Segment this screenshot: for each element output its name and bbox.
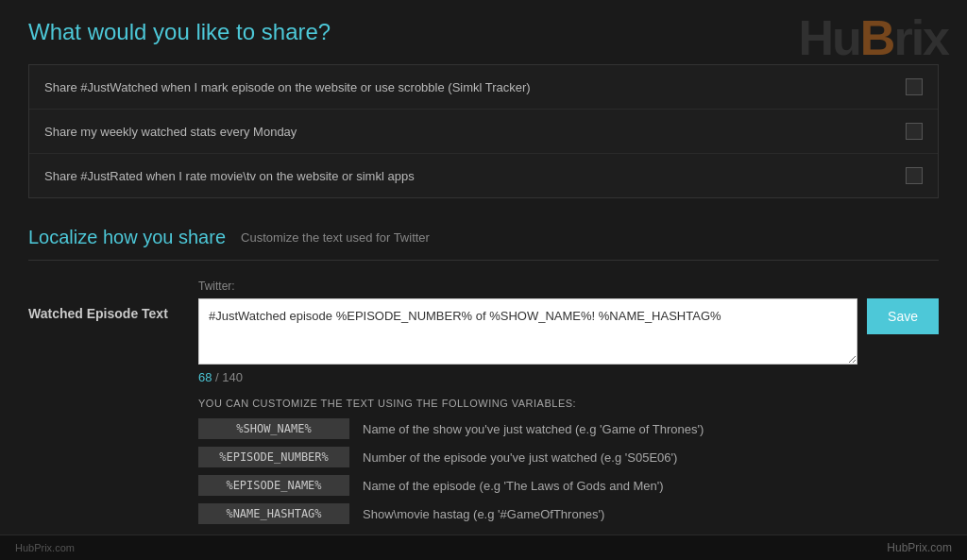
share-checkbox-justwatched[interactable] [906,78,923,95]
share-option-row-justwatched: Share #JustWatched when I mark episode o… [29,65,938,110]
localize-section: Localize how you share Customize the tex… [28,227,939,541]
twitter-input-row: Save [198,298,939,365]
variable-row-name-hashtag: %NAME_HASHTAG% Show\movie hastag (e.g '#… [198,503,939,524]
twitter-textarea[interactable] [198,298,857,365]
save-button[interactable]: Save [867,298,939,334]
variable-tag-episode-name: %EPISODE_NAME% [198,475,349,496]
twitter-label: Twitter: [198,280,939,293]
bottom-left-link: HubPrix.com [15,542,75,553]
variable-row-episode-name: %EPISODE_NAME% Name of the episode (e.g … [198,475,939,496]
variable-tag-show-name: %SHOW_NAME% [198,418,349,439]
page-container: HuBrix What would you like to share? Sha… [0,0,967,560]
variable-row-show-name: %SHOW_NAME% Name of the show you've just… [198,418,939,439]
variable-tag-name-hashtag: %NAME_HASHTAG% [198,503,349,524]
share-option-row-weekly: Share my weekly watched stats every Mond… [29,110,938,154]
variable-row-episode-number: %EPISODE_NUMBER% Number of the episode y… [198,447,939,467]
char-count-number: 68 [198,370,212,384]
variable-desc-episode-number: Number of the episode you've just watche… [363,450,677,465]
char-count: 68 / 140 [198,370,939,384]
variable-desc-episode-name: Name of the episode (e.g 'The Laws of Go… [363,479,664,493]
variable-tag-episode-number: %EPISODE_NUMBER% [198,447,349,467]
episode-text-label: Watched Episode Text [28,280,179,532]
share-option-label-weekly: Share my weekly watched stats every Mond… [44,125,297,139]
share-checkbox-justrated[interactable] [906,167,923,184]
share-checkbox-weekly[interactable] [906,123,923,140]
page-title: What would you like to share? [28,19,939,45]
share-option-label-justwatched: Share #JustWatched when I mark episode o… [44,80,531,94]
localize-header: Localize how you share Customize the tex… [28,227,939,248]
variable-desc-name-hashtag: Show\movie hastag (e.g '#GameOfThrones') [363,507,604,521]
episode-text-right: Twitter: Save 68 / 140 YOU CAN CUSTOMIZE… [198,280,939,532]
share-option-label-justrated: Share #JustRated when I rate movie\tv on… [44,169,415,183]
localize-title: Localize how you share [28,227,226,248]
variables-title: YOU CAN CUSTOMIZE THE TEXT USING THE FOL… [198,398,939,409]
variable-desc-show-name: Name of the show you've just watched (e.… [363,422,704,436]
share-options-container: Share #JustWatched when I mark episode o… [28,64,939,198]
localize-divider [28,260,939,261]
localize-subtitle: Customize the text used for Twitter [241,230,430,245]
episode-text-section: Watched Episode Text Twitter: Save 68 / … [28,280,939,541]
bottom-bar: HubPrix.com HubPrix.com [0,535,967,560]
char-count-max: 140 [222,370,243,384]
bottom-brand: HubPrix.com [887,541,952,554]
share-option-row-justrated: Share #JustRated when I rate movie\tv on… [29,154,938,197]
